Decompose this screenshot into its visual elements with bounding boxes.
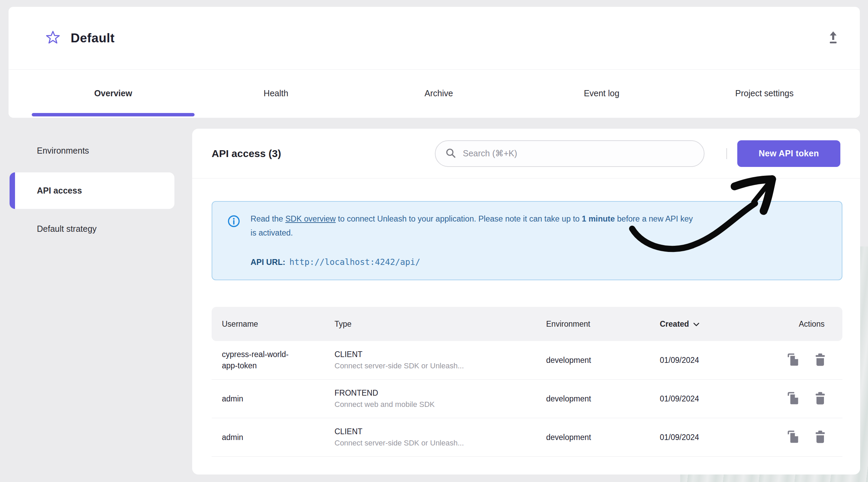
copy-token-button[interactable] (784, 428, 802, 447)
panel-title: API access (3) (212, 148, 281, 159)
info-text-segment: to connect Unleash to your application. … (336, 214, 582, 223)
copy-token-button[interactable] (784, 389, 802, 409)
token-type-description: Connect web and mobile SDK (335, 400, 536, 409)
chevron-down-icon (693, 320, 699, 329)
table-row: cypress-real-world-app-token CLIENT Conn… (212, 341, 842, 380)
cell-username: admin (212, 432, 300, 443)
cell-actions (771, 351, 842, 370)
tab-project-settings[interactable]: Project settings (683, 70, 846, 117)
trash-icon (813, 430, 827, 445)
search-input[interactable] (462, 148, 694, 159)
upload-icon (827, 31, 840, 45)
cell-username: admin (212, 393, 300, 405)
delete-token-button[interactable] (811, 428, 829, 447)
token-type-description: Connect server-side SDK or Unleash... (335, 362, 536, 370)
cell-actions (771, 428, 842, 447)
favorite-star-button[interactable] (45, 31, 60, 46)
table-header-row: Username Type Environment Created Action… (212, 307, 842, 341)
copy-token-button[interactable] (784, 351, 802, 370)
delete-token-button[interactable] (811, 389, 829, 409)
search-box[interactable] (435, 140, 705, 167)
api-url-label: API URL: (251, 258, 285, 267)
delete-token-button[interactable] (811, 351, 829, 370)
column-header-username: Username (212, 320, 324, 329)
copy-icon (786, 391, 800, 407)
copy-icon (786, 430, 800, 445)
info-text-segment: before a new API key (615, 214, 693, 223)
info-text: Read the SDK overview to connect Unleash… (251, 212, 693, 269)
project-header-card: Default Overview Health Archive Event lo… (9, 7, 860, 118)
api-access-panel: API access (3) New API token Read the SD… (192, 129, 860, 474)
cell-environment: development (536, 433, 650, 442)
cell-type: CLIENT Connect server-side SDK or Unleas… (324, 350, 536, 370)
cell-type: FRONTEND Connect web and mobile SDK (324, 388, 536, 409)
cell-actions (771, 389, 842, 409)
api-url-value: http://localhost:4242/api/ (289, 257, 421, 267)
copy-icon (786, 353, 800, 368)
sidebar-item-api-access[interactable]: API access (10, 172, 174, 209)
cell-created: 01/09/2024 (650, 394, 771, 403)
tab-event-log[interactable]: Event log (520, 70, 683, 117)
panel-header: API access (3) New API token (192, 129, 860, 179)
sidebar-item-default-strategy[interactable]: Default strategy (10, 217, 174, 241)
info-text-segment: is activated. (251, 228, 293, 237)
token-type: CLIENT (335, 427, 536, 436)
cell-type: CLIENT Connect server-side SDK or Unleas… (324, 427, 536, 448)
star-icon (45, 30, 60, 46)
header-divider (726, 148, 727, 159)
token-type-description: Connect server-side SDK or Unleash... (335, 439, 536, 448)
cell-created: 01/09/2024 (650, 356, 771, 365)
column-header-created-label: Created (660, 320, 689, 329)
trash-icon (813, 353, 827, 368)
project-title-row: Default (9, 7, 860, 70)
sidebar-item-environments[interactable]: Environments (10, 139, 174, 162)
tab-overview[interactable]: Overview (32, 70, 195, 117)
tab-archive[interactable]: Archive (357, 70, 520, 117)
table-row: admin CLIENT Connect server-side SDK or … (212, 418, 842, 457)
project-tabs: Overview Health Archive Event log Projec… (9, 70, 860, 117)
column-header-environment: Environment (536, 320, 650, 329)
cell-username: cypress-real-world-app-token (212, 349, 300, 371)
token-type: CLIENT (335, 350, 536, 359)
page-title: Default (71, 31, 115, 45)
info-text-bold: 1 minute (582, 214, 615, 223)
api-url-line: API URL:http://localhost:4242/api/ (251, 255, 693, 269)
info-alert: Read the SDK overview to connect Unleash… (212, 201, 842, 280)
info-text-segment: Read the (251, 214, 285, 223)
trash-icon (813, 391, 827, 407)
cell-environment: development (536, 356, 650, 365)
export-button[interactable] (826, 31, 841, 46)
column-header-actions: Actions (788, 320, 824, 329)
sdk-overview-link[interactable]: SDK overview (285, 214, 336, 223)
tab-health[interactable]: Health (195, 70, 357, 117)
cell-created: 01/09/2024 (650, 433, 771, 442)
api-tokens-table: Username Type Environment Created Action… (212, 307, 842, 457)
cell-environment: development (536, 394, 650, 403)
token-type: FRONTEND (335, 388, 536, 398)
column-header-created-sort[interactable]: Created (650, 320, 771, 329)
new-api-token-button[interactable]: New API token (737, 140, 840, 167)
column-header-type: Type (324, 320, 536, 329)
search-icon (445, 147, 456, 160)
info-icon (227, 215, 240, 269)
table-row: admin FRONTEND Connect web and mobile SD… (212, 380, 842, 418)
